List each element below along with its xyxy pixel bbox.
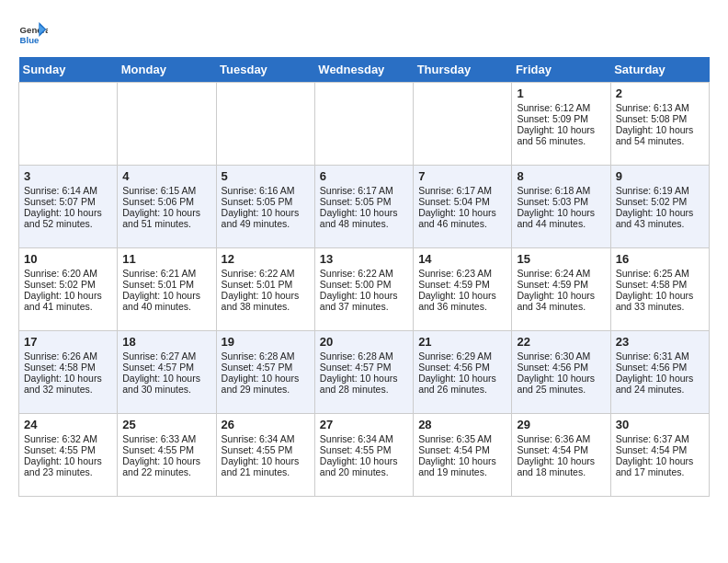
day-info: Sunset: 4:55 PM xyxy=(24,444,112,455)
day-info: Sunrise: 6:22 AM xyxy=(320,268,408,279)
day-info: Sunset: 5:04 PM xyxy=(418,196,506,207)
day-info: Sunset: 5:06 PM xyxy=(122,196,210,207)
day-number: 16 xyxy=(616,252,704,266)
day-info: Sunrise: 6:17 AM xyxy=(320,185,408,196)
day-number: 14 xyxy=(418,252,506,266)
day-number: 29 xyxy=(517,418,605,431)
calendar-week-row: 24Sunrise: 6:32 AMSunset: 4:55 PMDayligh… xyxy=(19,414,710,497)
weekday-header-saturday: Saturday xyxy=(610,57,709,83)
day-info: Sunset: 4:56 PM xyxy=(616,362,704,373)
day-info: Sunrise: 6:12 AM xyxy=(517,102,605,113)
day-info: Sunrise: 6:15 AM xyxy=(122,185,210,196)
day-number: 19 xyxy=(222,335,310,349)
day-info: Sunrise: 6:25 AM xyxy=(616,268,704,279)
day-info: Sunrise: 6:27 AM xyxy=(122,350,210,362)
day-info: Sunrise: 6:28 AM xyxy=(320,350,408,362)
day-info: Sunrise: 6:24 AM xyxy=(517,268,605,279)
day-info: Daylight: 10 hours and 24 minutes. xyxy=(616,373,704,395)
calendar-cell: 15Sunrise: 6:24 AMSunset: 4:59 PMDayligh… xyxy=(512,248,610,331)
calendar-cell: 27Sunrise: 6:34 AMSunset: 4:55 PMDayligh… xyxy=(314,414,413,497)
weekday-header-tuesday: Tuesday xyxy=(216,57,314,83)
day-info: Daylight: 10 hours and 48 minutes. xyxy=(320,207,408,229)
day-info: Sunrise: 6:14 AM xyxy=(24,185,112,196)
day-info: Sunset: 5:05 PM xyxy=(222,196,310,207)
day-number: 25 xyxy=(122,418,210,431)
day-info: Sunset: 4:59 PM xyxy=(517,279,605,290)
day-number: 27 xyxy=(320,418,408,431)
calendar-cell xyxy=(118,83,216,166)
day-info: Daylight: 10 hours and 51 minutes. xyxy=(122,207,210,229)
day-info: Sunrise: 6:19 AM xyxy=(616,185,704,196)
day-info: Daylight: 10 hours and 17 minutes. xyxy=(616,455,704,477)
weekday-header-thursday: Thursday xyxy=(414,57,512,83)
day-info: Daylight: 10 hours and 22 minutes. xyxy=(122,455,210,477)
calendar-cell: 12Sunrise: 6:22 AMSunset: 5:01 PMDayligh… xyxy=(216,248,314,331)
calendar-cell: 20Sunrise: 6:28 AMSunset: 4:57 PMDayligh… xyxy=(314,331,413,414)
day-info: Daylight: 10 hours and 28 minutes. xyxy=(320,373,408,395)
day-number: 23 xyxy=(616,335,704,349)
logo: General Blue xyxy=(18,18,51,48)
day-info: Sunset: 5:02 PM xyxy=(24,279,112,290)
calendar-cell: 10Sunrise: 6:20 AMSunset: 5:02 PMDayligh… xyxy=(19,248,118,331)
calendar-week-row: 1Sunrise: 6:12 AMSunset: 5:09 PMDaylight… xyxy=(19,83,710,166)
day-info: Sunset: 5:01 PM xyxy=(222,279,310,290)
svg-text:Blue: Blue xyxy=(20,35,40,45)
calendar-cell: 9Sunrise: 6:19 AMSunset: 5:02 PMDaylight… xyxy=(610,166,709,248)
calendar-cell: 5Sunrise: 6:16 AMSunset: 5:05 PMDaylight… xyxy=(216,166,314,248)
day-info: Sunrise: 6:29 AM xyxy=(418,350,506,362)
calendar-cell: 22Sunrise: 6:30 AMSunset: 4:56 PMDayligh… xyxy=(512,331,610,414)
weekday-header-monday: Monday xyxy=(118,57,216,83)
day-info: Sunrise: 6:35 AM xyxy=(418,433,506,444)
day-number: 1 xyxy=(517,86,605,100)
day-number: 21 xyxy=(418,335,506,349)
day-info: Sunset: 4:54 PM xyxy=(418,444,506,455)
day-number: 8 xyxy=(517,169,605,183)
day-info: Daylight: 10 hours and 33 minutes. xyxy=(616,290,704,312)
day-info: Sunset: 5:01 PM xyxy=(122,279,210,290)
calendar-cell: 18Sunrise: 6:27 AMSunset: 4:57 PMDayligh… xyxy=(118,331,216,414)
day-info: Daylight: 10 hours and 23 minutes. xyxy=(24,455,112,477)
day-info: Daylight: 10 hours and 30 minutes. xyxy=(122,373,210,395)
day-info: Sunrise: 6:20 AM xyxy=(24,268,112,279)
day-info: Sunset: 4:57 PM xyxy=(222,362,310,373)
day-info: Sunrise: 6:34 AM xyxy=(222,433,310,444)
day-number: 24 xyxy=(24,418,112,431)
day-info: Daylight: 10 hours and 25 minutes. xyxy=(517,373,605,395)
calendar-cell xyxy=(314,83,413,166)
day-info: Sunset: 4:55 PM xyxy=(320,444,408,455)
day-number: 22 xyxy=(517,335,605,349)
day-info: Daylight: 10 hours and 29 minutes. xyxy=(222,373,310,395)
calendar-cell xyxy=(414,83,512,166)
day-info: Daylight: 10 hours and 46 minutes. xyxy=(418,207,506,229)
day-info: Sunrise: 6:21 AM xyxy=(122,268,210,279)
calendar-cell: 28Sunrise: 6:35 AMSunset: 4:54 PMDayligh… xyxy=(414,414,512,497)
weekday-header-wednesday: Wednesday xyxy=(314,57,413,83)
day-info: Sunrise: 6:13 AM xyxy=(616,102,704,113)
calendar-cell: 14Sunrise: 6:23 AMSunset: 4:59 PMDayligh… xyxy=(414,248,512,331)
day-info: Sunrise: 6:17 AM xyxy=(418,185,506,196)
calendar-week-row: 10Sunrise: 6:20 AMSunset: 5:02 PMDayligh… xyxy=(19,248,710,331)
day-number: 17 xyxy=(24,335,112,349)
day-info: Daylight: 10 hours and 20 minutes. xyxy=(320,455,408,477)
day-info: Sunrise: 6:30 AM xyxy=(517,350,605,362)
day-info: Daylight: 10 hours and 36 minutes. xyxy=(418,290,506,312)
calendar-cell: 24Sunrise: 6:32 AMSunset: 4:55 PMDayligh… xyxy=(19,414,118,497)
day-number: 12 xyxy=(222,252,310,266)
day-info: Sunset: 5:05 PM xyxy=(320,196,408,207)
day-number: 26 xyxy=(222,418,310,431)
day-info: Sunrise: 6:31 AM xyxy=(616,350,704,362)
day-number: 11 xyxy=(122,252,210,266)
day-number: 7 xyxy=(418,169,506,183)
day-number: 6 xyxy=(320,169,408,183)
day-info: Sunset: 5:07 PM xyxy=(24,196,112,207)
day-info: Sunrise: 6:33 AM xyxy=(122,433,210,444)
day-info: Sunset: 5:03 PM xyxy=(517,196,605,207)
day-info: Daylight: 10 hours and 43 minutes. xyxy=(616,207,704,229)
day-info: Sunrise: 6:37 AM xyxy=(616,433,704,444)
calendar-cell: 3Sunrise: 6:14 AMSunset: 5:07 PMDaylight… xyxy=(19,166,118,248)
day-info: Sunset: 4:55 PM xyxy=(222,444,310,455)
day-info: Daylight: 10 hours and 44 minutes. xyxy=(517,207,605,229)
day-info: Sunset: 4:54 PM xyxy=(616,444,704,455)
calendar-cell: 21Sunrise: 6:29 AMSunset: 4:56 PMDayligh… xyxy=(414,331,512,414)
weekday-header-friday: Friday xyxy=(512,57,610,83)
